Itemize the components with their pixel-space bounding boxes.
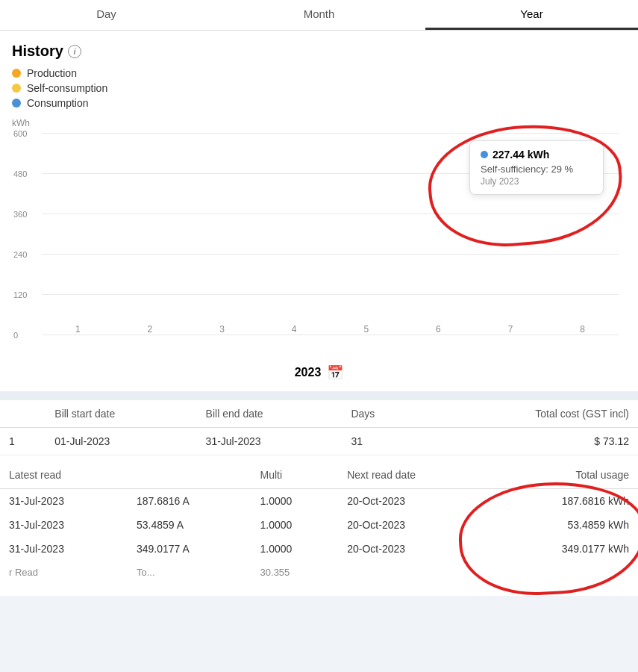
bill-cell-start: 01-Jul-2023 xyxy=(46,428,196,455)
legend-label-consumption: Consumption xyxy=(27,97,89,109)
history-title: History xyxy=(12,43,63,60)
x-label-6: 6 xyxy=(402,324,475,335)
read-cell-usage-3: 349.0177 kWh xyxy=(489,537,638,561)
year-value: 2023 xyxy=(295,366,322,379)
section-divider xyxy=(0,391,638,400)
chart-container: kWh 600 480 360 240 xyxy=(12,118,626,357)
calendar-icon[interactable]: 📅 xyxy=(327,364,343,381)
read-col-next: Next read date xyxy=(338,461,489,489)
read-cell-value-3: 349.0177 A xyxy=(128,537,251,561)
x-label-2: 2 xyxy=(114,324,187,335)
bill-col-id xyxy=(0,400,46,428)
read-cell-date-2: 31-Jul-2023 xyxy=(0,513,128,537)
read-cell-date-3: 31-Jul-2023 xyxy=(0,537,128,561)
gridline-label-480: 480 xyxy=(13,169,27,178)
year-label: 2023 📅 xyxy=(12,357,626,385)
table-section: Bill start date Bill end date Days Total… xyxy=(0,400,638,596)
read-cell-multi-2: 1.0000 xyxy=(251,513,339,537)
read-col-value xyxy=(128,461,251,489)
tab-bar: Day Month Year xyxy=(0,0,638,31)
read-cell-next-3: 20-Oct-2023 xyxy=(338,537,489,561)
bill-table: Bill start date Bill end date Days Total… xyxy=(0,400,638,455)
section-title: History i xyxy=(12,43,626,60)
read-footer-label: r Read xyxy=(0,561,128,584)
legend-consumption: Consumption xyxy=(12,97,626,109)
x-label-5: 5 xyxy=(331,324,403,335)
bill-col-end: Bill end date xyxy=(197,400,343,428)
read-col-multi: Multi xyxy=(251,461,339,489)
legend: Production Self-consumption Consumption xyxy=(12,67,626,109)
x-label-8: 8 xyxy=(546,324,619,335)
read-row-2: 31-Jul-2023 53.4859 A 1.0000 20-Oct-2023… xyxy=(0,513,638,537)
x-label-7: 7 xyxy=(475,324,547,335)
legend-label-self-consumption: Self-consumption xyxy=(27,82,107,94)
gridline-label-360: 360 xyxy=(13,210,27,219)
tooltip-dot xyxy=(481,151,488,158)
legend-self-consumption: Self-consumption xyxy=(12,82,626,94)
read-footer-extra: 30.355 xyxy=(251,561,339,584)
legend-production: Production xyxy=(12,67,626,79)
gridline-label-600: 600 xyxy=(13,129,27,138)
bill-row-1: 1 01-Jul-2023 31-Jul-2023 31 $ 73.12 xyxy=(0,428,638,455)
legend-dot-self-consumption xyxy=(12,84,21,93)
tooltip-self-sufficiency: Self-sufficiency: 29 % xyxy=(481,164,592,175)
read-cell-usage-1: 187.6816 kWh xyxy=(489,489,638,514)
read-col-latest: Latest read xyxy=(0,461,128,489)
read-footer-empty1 xyxy=(338,561,489,584)
bill-cell-total: $ 73.12 xyxy=(422,428,638,455)
chart-area: kWh 600 480 360 240 xyxy=(12,118,626,357)
tab-month[interactable]: Month xyxy=(213,0,425,30)
tooltip-value: 227.44 kWh xyxy=(481,149,592,161)
read-cell-next-1: 20-Oct-2023 xyxy=(338,489,489,514)
gridline-label-240: 240 xyxy=(13,250,27,259)
read-row-3: 31-Jul-2023 349.0177 A 1.0000 20-Oct-202… xyxy=(0,537,638,561)
bill-cell-end: 31-Jul-2023 xyxy=(197,428,343,455)
bill-col-start: Bill start date xyxy=(46,400,196,428)
read-footer-value: To... xyxy=(128,561,251,584)
info-icon[interactable]: i xyxy=(68,45,81,58)
tooltip-date: July 2023 xyxy=(481,176,592,187)
bill-cell-days: 31 xyxy=(342,428,422,455)
chart-section: History i Production Self-consumption Co… xyxy=(0,31,638,391)
read-cell-next-2: 20-Oct-2023 xyxy=(338,513,489,537)
bill-cell-id: 1 xyxy=(0,428,46,455)
read-footer-empty2 xyxy=(489,561,638,584)
read-cell-multi-1: 1.0000 xyxy=(251,489,339,514)
read-cell-value-1: 187.6816 A xyxy=(128,489,251,514)
read-cell-usage-2: 53.4859 kWh xyxy=(489,513,638,537)
read-cell-multi-3: 1.0000 xyxy=(251,537,339,561)
gridline-label-0: 0 xyxy=(13,331,18,340)
gridline-label-120: 120 xyxy=(13,290,27,299)
tooltip-kwh: 227.44 kWh xyxy=(492,149,549,161)
x-label-1: 1 xyxy=(42,324,114,335)
tab-year[interactable]: Year xyxy=(425,0,638,30)
legend-label-production: Production xyxy=(27,67,77,79)
bill-col-days: Days xyxy=(342,400,422,428)
read-col-usage: Total usage xyxy=(489,461,638,489)
tab-day[interactable]: Day xyxy=(0,0,213,30)
legend-dot-consumption xyxy=(12,99,21,108)
read-cell-date-1: 31-Jul-2023 xyxy=(0,489,128,514)
read-footer-row: r Read To... 30.355 xyxy=(0,561,638,584)
legend-dot-production xyxy=(12,69,21,78)
read-table: Latest read Multi Next read date Total u… xyxy=(0,461,638,584)
bill-col-total: Total cost (GST incl) xyxy=(422,400,638,428)
gridline-0: 0 xyxy=(42,335,619,335)
tooltip: 227.44 kWh Self-sufficiency: 29 % July 2… xyxy=(469,140,604,195)
x-label-4: 4 xyxy=(258,324,331,335)
read-cell-value-2: 53.4859 A xyxy=(128,513,251,537)
x-label-3: 3 xyxy=(186,324,258,335)
y-axis-label: kWh xyxy=(12,118,30,128)
x-labels: 12345678 xyxy=(42,324,619,335)
read-row-1: 31-Jul-2023 187.6816 A 1.0000 20-Oct-202… xyxy=(0,489,638,514)
